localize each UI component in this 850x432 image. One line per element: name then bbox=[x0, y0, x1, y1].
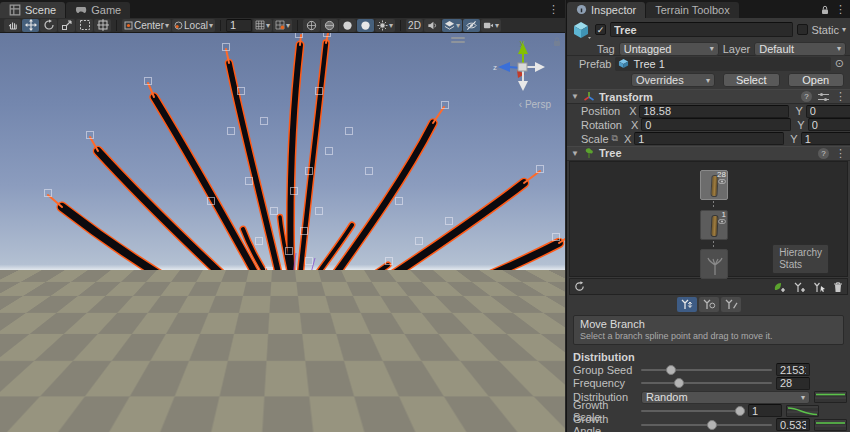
snap-increment-input[interactable] bbox=[226, 19, 252, 32]
static-caret-icon[interactable]: ▾ bbox=[842, 25, 846, 34]
move-branch-tool-button[interactable] bbox=[677, 297, 697, 312]
delete-node-icon[interactable] bbox=[833, 281, 843, 293]
pivot-mode-button[interactable]: Center ▾ bbox=[122, 19, 171, 32]
free-hand-tool-button[interactable] bbox=[721, 297, 741, 312]
growth-scale-value-field[interactable] bbox=[748, 404, 782, 417]
gizmo-axis-cone-down[interactable] bbox=[518, 81, 528, 91]
effects-caret-icon: ▾ bbox=[389, 21, 393, 30]
tree-component-header[interactable]: ▼ Tree ? ⋮ bbox=[567, 146, 850, 161]
position-y-field[interactable] bbox=[806, 105, 850, 118]
tab-game[interactable]: Game bbox=[66, 2, 130, 18]
gameobject-enabled-checkbox[interactable]: ✓ bbox=[595, 24, 606, 35]
growth-angle-value-field[interactable] bbox=[776, 418, 810, 431]
transform-help-icon[interactable]: ? bbox=[801, 91, 812, 102]
refresh-icon[interactable] bbox=[574, 281, 585, 292]
scene-visibility-button[interactable]: ▾ bbox=[442, 19, 462, 32]
add-branch-group-icon[interactable] bbox=[793, 281, 806, 293]
node-eye-icon[interactable] bbox=[718, 179, 726, 184]
layer-label: Layer bbox=[723, 43, 751, 55]
scene-camera-button[interactable]: ▾ bbox=[481, 19, 501, 32]
gizmo-z-axis[interactable] bbox=[498, 62, 510, 72]
effects-button[interactable]: ▾ bbox=[375, 19, 395, 32]
scene-pane-menu-icon[interactable]: ⋮ bbox=[548, 3, 559, 16]
scale-tool-button[interactable] bbox=[58, 19, 75, 32]
rotation-y-field[interactable] bbox=[808, 118, 850, 131]
rotate-tool-button[interactable] bbox=[40, 19, 57, 32]
select-button[interactable]: Select bbox=[723, 73, 780, 87]
orientation-gizmo[interactable]: y z bbox=[487, 37, 557, 99]
position-x-field[interactable] bbox=[639, 105, 789, 118]
tree-foldout-icon[interactable]: ▼ bbox=[571, 149, 579, 158]
frequency-slider[interactable] bbox=[641, 377, 772, 389]
tree-node-branch-group-2[interactable]: 1 bbox=[700, 210, 728, 240]
tree-help-icon[interactable]: ? bbox=[818, 148, 829, 159]
transform-header[interactable]: ▼ Transform ? ⋮ bbox=[567, 89, 850, 104]
layers-icon bbox=[444, 20, 455, 31]
draw-mode-solid-button[interactable] bbox=[339, 19, 356, 32]
node-eye-icon[interactable] bbox=[718, 219, 726, 224]
tab-scene[interactable]: Scene bbox=[0, 2, 65, 18]
tab-terrain-toolbox[interactable]: Terrain Toolbox bbox=[646, 2, 738, 18]
inspector-panel: Inspector Terrain Toolbox ⋮ ✓ bbox=[566, 0, 850, 432]
duplicate-node-icon[interactable] bbox=[813, 281, 826, 293]
growth-scale-curve-preview[interactable] bbox=[786, 405, 819, 417]
distribution-dropdown[interactable]: Random ▾ bbox=[641, 391, 810, 404]
tree-node-root[interactable] bbox=[700, 249, 728, 279]
scale-row: Scale ⧉ X Y Z bbox=[567, 132, 850, 146]
transform-tool-button[interactable] bbox=[94, 19, 111, 32]
gizmo-center-cube[interactable] bbox=[518, 63, 527, 71]
growth-angle-slider[interactable] bbox=[641, 419, 772, 431]
add-leaf-group-icon[interactable] bbox=[773, 281, 786, 293]
move-tool-button[interactable] bbox=[22, 19, 39, 32]
overlay-handle-icon[interactable] bbox=[451, 35, 465, 45]
inspector-pane-menu-icon[interactable]: ⋮ bbox=[835, 3, 846, 16]
hidden-objects-button[interactable] bbox=[463, 19, 480, 32]
rotation-x-field[interactable] bbox=[641, 118, 791, 131]
frequency-value-field[interactable] bbox=[776, 377, 810, 390]
audio-icon bbox=[427, 20, 438, 31]
tab-scene-label: Scene bbox=[25, 4, 56, 16]
rotation-mode-button[interactable]: Local ▾ bbox=[172, 19, 215, 32]
layer-dropdown[interactable]: Default ▾ bbox=[754, 42, 846, 56]
tree-node-branch-group-1[interactable]: 28 bbox=[700, 170, 728, 200]
transform-foldout-icon[interactable]: ▼ bbox=[571, 92, 579, 101]
rect-tool-button[interactable] bbox=[76, 19, 93, 32]
scale-link-icon[interactable]: ⧉ bbox=[612, 133, 618, 144]
transform-presets-icon[interactable] bbox=[818, 92, 829, 102]
growth-angle-curve-preview[interactable] bbox=[814, 419, 847, 431]
scale-y-field[interactable] bbox=[801, 132, 850, 145]
growth-scale-slider[interactable] bbox=[641, 405, 744, 417]
group-seed-slider[interactable] bbox=[641, 364, 772, 376]
tree-editor-toolbar bbox=[569, 278, 848, 296]
prefab-object-field[interactable]: Tree 1 bbox=[615, 57, 830, 71]
gameobject-name-field[interactable] bbox=[610, 22, 793, 37]
scene-lighting-button[interactable] bbox=[357, 19, 374, 32]
tree-object[interactable] bbox=[0, 33, 565, 432]
mode-2d-button[interactable]: 2D bbox=[406, 19, 423, 32]
rotate-branch-tool-button[interactable] bbox=[699, 297, 719, 312]
distribution-curve-preview[interactable] bbox=[814, 391, 847, 403]
group-seed-value-field[interactable] bbox=[776, 363, 810, 376]
scene-viewport[interactable]: y z ‹ Persp bbox=[0, 33, 565, 432]
tag-dropdown[interactable]: Untagged ▾ bbox=[619, 42, 719, 56]
hand-tool-button[interactable] bbox=[4, 19, 21, 32]
draw-mode-wireframe-button[interactable] bbox=[303, 19, 320, 32]
scale-x-field[interactable] bbox=[634, 132, 784, 145]
draw-mode-shaded-wire-button[interactable] bbox=[321, 19, 338, 32]
grid-visibility-button[interactable]: ▾ bbox=[253, 19, 272, 32]
tree-menu-icon[interactable]: ⋮ bbox=[835, 147, 846, 160]
inspector-lock-icon[interactable] bbox=[821, 5, 829, 15]
snap-settings-button[interactable]: ▾ bbox=[273, 19, 292, 32]
tree-hierarchy-editor[interactable]: 28 1 Hierarchy Stats bbox=[569, 161, 848, 277]
gameobject-cube-icon[interactable] bbox=[571, 20, 591, 40]
rotation-label: Rotation bbox=[581, 119, 622, 131]
gizmo-axis-cone-right[interactable] bbox=[535, 62, 545, 72]
overrides-dropdown[interactable]: Overrides ▾ bbox=[631, 73, 715, 87]
tab-inspector[interactable]: Inspector bbox=[567, 2, 645, 18]
scene-audio-button[interactable] bbox=[424, 19, 441, 32]
transform-menu-icon[interactable]: ⋮ bbox=[835, 90, 846, 103]
static-checkbox[interactable] bbox=[797, 24, 808, 35]
open-button[interactable]: Open bbox=[788, 73, 845, 87]
persp-label[interactable]: ‹ Persp bbox=[519, 99, 551, 110]
prefab-picker-icon[interactable]: ⊙ bbox=[835, 57, 844, 70]
